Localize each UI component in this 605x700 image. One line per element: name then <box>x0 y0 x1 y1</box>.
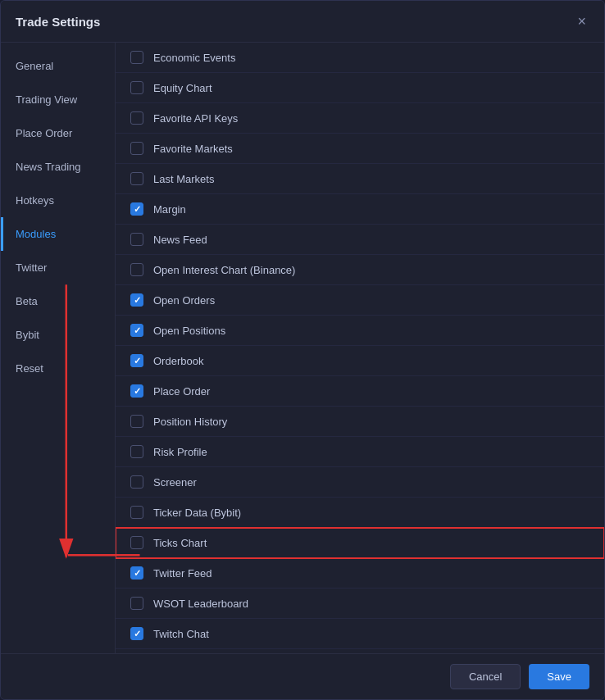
dialog-body: GeneralTrading ViewPlace OrderNews Tradi… <box>1 43 604 653</box>
checkbox-open-orders[interactable] <box>130 293 143 307</box>
module-item-open-interest-chart[interactable]: Open Interest Chart (Binance) <box>116 255 604 285</box>
checkbox-open-interest-chart[interactable] <box>130 263 143 276</box>
sidebar-item-place-order[interactable]: Place Order <box>1 116 115 150</box>
checkbox-wsot-leaderboard[interactable] <box>130 597 143 610</box>
checkbox-twitch-chat[interactable] <box>130 627 143 640</box>
module-label-position-history: Position History <box>153 416 227 428</box>
module-label-news-feed: News Feed <box>153 234 207 246</box>
checkbox-economic-events[interactable] <box>130 51 143 64</box>
module-item-orderbook[interactable]: Orderbook <box>116 346 604 376</box>
module-item-screener[interactable]: Screener <box>116 467 604 498</box>
module-item-favorite-api-keys[interactable]: Favorite API Keys <box>116 103 604 134</box>
module-item-equity-chart[interactable]: Equity Chart <box>116 73 604 103</box>
module-label-ticks-chart: Ticks Chart <box>153 537 207 549</box>
module-label-orderbook: Orderbook <box>153 355 203 367</box>
module-label-last-markets: Last Markets <box>153 173 214 185</box>
module-label-twitch-chat: Twitch Chat <box>153 628 209 640</box>
content-area: Economic EventsEquity ChartFavorite API … <box>116 43 604 653</box>
checkbox-ticker-data[interactable] <box>130 506 143 519</box>
sidebar-item-beta[interactable]: Beta <box>1 284 115 318</box>
module-item-ticks-chart[interactable]: Ticks Chart <box>116 528 604 558</box>
module-item-news-feed[interactable]: News Feed <box>116 225 604 255</box>
checkbox-margin[interactable] <box>130 202 143 216</box>
checkbox-equity-chart[interactable] <box>130 81 143 94</box>
sidebar-item-trading-view[interactable]: Trading View <box>1 83 115 116</box>
module-item-twitch-chat[interactable]: Twitch Chat <box>116 619 604 649</box>
sidebar-item-bybit[interactable]: Bybit <box>1 318 115 352</box>
module-label-risk-profile: Risk Profile <box>153 446 207 458</box>
module-label-equity-chart: Equity Chart <box>153 82 212 94</box>
checkbox-risk-profile[interactable] <box>130 445 143 458</box>
module-item-wsot-leaderboard[interactable]: WSOT Leaderboard <box>116 589 604 619</box>
module-item-open-orders[interactable]: Open Orders <box>116 285 604 316</box>
trade-settings-dialog: Trade Settings × GeneralTrading ViewPlac… <box>0 0 605 700</box>
checkbox-place-order[interactable] <box>130 384 143 398</box>
sidebar: GeneralTrading ViewPlace OrderNews Tradi… <box>1 43 116 653</box>
module-label-ticker-data: Ticker Data (Bybit) <box>153 507 241 519</box>
checkbox-twitter-feed[interactable] <box>130 566 143 580</box>
module-label-margin: Margin <box>153 203 186 216</box>
checkbox-news-feed[interactable] <box>130 233 143 246</box>
checkbox-orderbook[interactable] <box>130 354 143 367</box>
close-button[interactable]: × <box>574 12 589 30</box>
checkbox-position-history[interactable] <box>130 415 143 428</box>
checkbox-favorite-api-keys[interactable] <box>130 111 143 125</box>
sidebar-item-twitter[interactable]: Twitter <box>1 251 115 284</box>
checkbox-screener[interactable] <box>130 475 143 489</box>
module-item-twitter-feed[interactable]: Twitter Feed <box>116 558 604 589</box>
sidebar-item-news-trading[interactable]: News Trading <box>1 150 115 184</box>
save-button[interactable]: Save <box>529 664 589 689</box>
module-item-economic-events[interactable]: Economic Events <box>116 43 604 73</box>
module-item-risk-profile[interactable]: Risk Profile <box>116 437 604 467</box>
module-label-open-interest-chart: Open Interest Chart (Binance) <box>153 264 295 276</box>
module-label-favorite-markets: Favorite Markets <box>153 143 233 155</box>
sidebar-item-hotkeys[interactable]: Hotkeys <box>1 184 115 217</box>
module-label-place-order: Place Order <box>153 385 210 398</box>
dialog-footer: Cancel Save <box>1 653 604 699</box>
module-item-position-history[interactable]: Position History <box>116 407 604 437</box>
module-label-screener: Screener <box>153 476 197 489</box>
checkbox-ticks-chart[interactable] <box>130 536 143 549</box>
module-label-twitter-feed: Twitter Feed <box>153 567 212 580</box>
module-item-last-markets[interactable]: Last Markets <box>116 164 604 194</box>
module-item-open-positions[interactable]: Open Positions <box>116 316 604 346</box>
dialog-title: Trade Settings <box>16 15 100 29</box>
module-item-place-order[interactable]: Place Order <box>116 376 604 407</box>
module-item-favorite-markets[interactable]: Favorite Markets <box>116 134 604 164</box>
dialog-header: Trade Settings × <box>1 1 604 43</box>
sidebar-item-reset[interactable]: Reset <box>1 352 115 385</box>
sidebar-item-modules[interactable]: Modules <box>1 217 115 251</box>
cancel-button[interactable]: Cancel <box>450 664 521 689</box>
module-label-favorite-api-keys: Favorite API Keys <box>153 112 238 125</box>
module-label-open-orders: Open Orders <box>153 294 215 307</box>
checkbox-favorite-markets[interactable] <box>130 142 143 155</box>
module-label-open-positions: Open Positions <box>153 325 225 337</box>
module-item-margin[interactable]: Margin <box>116 194 604 225</box>
checkbox-open-positions[interactable] <box>130 324 143 337</box>
module-item-ticker-data[interactable]: Ticker Data (Bybit) <box>116 498 604 528</box>
module-label-economic-events: Economic Events <box>153 52 235 64</box>
checkbox-last-markets[interactable] <box>130 172 143 185</box>
module-label-wsot-leaderboard: WSOT Leaderboard <box>153 598 248 610</box>
sidebar-item-general[interactable]: General <box>1 49 115 83</box>
